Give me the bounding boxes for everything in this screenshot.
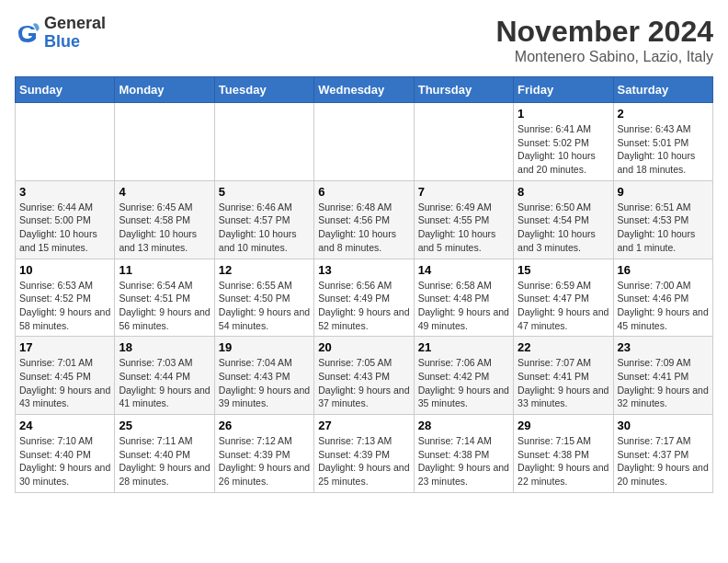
calendar-header-friday: Friday <box>514 77 613 103</box>
day-number: 12 <box>219 263 310 277</box>
calendar-cell: 17Sunrise: 7:01 AMSunset: 4:45 PMDayligh… <box>16 337 115 415</box>
day-info: Sunrise: 7:12 AMSunset: 4:39 PMDaylight:… <box>219 434 310 488</box>
logo-icon <box>15 20 40 46</box>
day-number: 23 <box>618 340 709 354</box>
day-info: Sunrise: 7:06 AMSunset: 4:42 PMDaylight:… <box>418 356 509 410</box>
calendar-cell: 29Sunrise: 7:15 AMSunset: 4:38 PMDayligh… <box>514 415 613 493</box>
day-info: Sunrise: 7:17 AMSunset: 4:37 PMDaylight:… <box>618 434 709 488</box>
calendar-cell: 3Sunrise: 6:44 AMSunset: 5:00 PMDaylight… <box>16 180 115 259</box>
day-info: Sunrise: 7:14 AMSunset: 4:38 PMDaylight:… <box>418 434 509 488</box>
calendar-cell: 13Sunrise: 6:56 AMSunset: 4:49 PMDayligh… <box>314 259 414 337</box>
day-number: 30 <box>618 419 709 432</box>
calendar-cell: 23Sunrise: 7:09 AMSunset: 4:41 PMDayligh… <box>613 337 712 415</box>
calendar-table: SundayMondayTuesdayWednesdayThursdayFrid… <box>15 76 713 493</box>
day-info: Sunrise: 6:51 AMSunset: 4:53 PMDaylight:… <box>618 201 709 255</box>
day-number: 6 <box>318 185 409 199</box>
calendar-cell: 28Sunrise: 7:14 AMSunset: 4:38 PMDayligh… <box>414 415 513 493</box>
day-info: Sunrise: 6:54 AMSunset: 4:51 PMDaylight:… <box>119 279 210 333</box>
calendar-cell: 14Sunrise: 6:58 AMSunset: 4:48 PMDayligh… <box>414 259 513 337</box>
calendar-cell <box>414 103 513 181</box>
day-number: 1 <box>518 107 609 121</box>
day-number: 18 <box>119 340 210 354</box>
calendar-cell: 27Sunrise: 7:13 AMSunset: 4:39 PMDayligh… <box>314 415 414 493</box>
calendar-week-row: 24Sunrise: 7:10 AMSunset: 4:40 PMDayligh… <box>16 415 713 493</box>
day-number: 22 <box>518 340 609 354</box>
calendar-cell: 5Sunrise: 6:46 AMSunset: 4:57 PMDaylight… <box>214 180 313 259</box>
day-number: 24 <box>19 419 110 432</box>
day-number: 19 <box>219 340 310 354</box>
day-info: Sunrise: 6:46 AMSunset: 4:57 PMDaylight:… <box>219 201 310 255</box>
day-info: Sunrise: 7:00 AMSunset: 4:46 PMDaylight:… <box>618 279 709 333</box>
calendar-cell: 24Sunrise: 7:10 AMSunset: 4:40 PMDayligh… <box>16 415 115 493</box>
title-area: November 2024 Montenero Sabino, Lazio, I… <box>495 15 713 65</box>
day-info: Sunrise: 7:01 AMSunset: 4:45 PMDaylight:… <box>19 356 110 410</box>
day-number: 20 <box>318 340 409 354</box>
logo: General Blue <box>15 15 106 52</box>
day-info: Sunrise: 7:15 AMSunset: 4:38 PMDaylight:… <box>518 434 609 488</box>
calendar-header-sunday: Sunday <box>16 77 115 103</box>
day-info: Sunrise: 6:55 AMSunset: 4:50 PMDaylight:… <box>219 279 310 333</box>
day-info: Sunrise: 6:59 AMSunset: 4:47 PMDaylight:… <box>518 279 609 333</box>
calendar-cell: 12Sunrise: 6:55 AMSunset: 4:50 PMDayligh… <box>214 259 313 337</box>
calendar-cell <box>314 103 414 181</box>
day-info: Sunrise: 7:09 AMSunset: 4:41 PMDaylight:… <box>618 356 709 410</box>
calendar-cell <box>214 103 313 181</box>
calendar-cell: 30Sunrise: 7:17 AMSunset: 4:37 PMDayligh… <box>613 415 712 493</box>
day-number: 26 <box>219 419 310 432</box>
logo-blue: Blue <box>44 33 106 52</box>
day-number: 2 <box>618 107 709 121</box>
day-number: 8 <box>518 185 609 199</box>
calendar-header-row: SundayMondayTuesdayWednesdayThursdayFrid… <box>16 77 713 103</box>
day-info: Sunrise: 6:41 AMSunset: 5:02 PMDaylight:… <box>518 122 609 177</box>
calendar-cell: 15Sunrise: 6:59 AMSunset: 4:47 PMDayligh… <box>514 259 613 337</box>
calendar-cell: 19Sunrise: 7:04 AMSunset: 4:43 PMDayligh… <box>214 337 313 415</box>
day-info: Sunrise: 6:44 AMSunset: 5:00 PMDaylight:… <box>19 201 110 255</box>
calendar-cell: 26Sunrise: 7:12 AMSunset: 4:39 PMDayligh… <box>214 415 313 493</box>
calendar-cell: 7Sunrise: 6:49 AMSunset: 4:55 PMDaylight… <box>414 180 513 259</box>
day-number: 3 <box>19 185 110 199</box>
day-number: 25 <box>119 419 210 432</box>
day-info: Sunrise: 7:13 AMSunset: 4:39 PMDaylight:… <box>318 434 409 488</box>
calendar-cell <box>115 103 214 181</box>
day-number: 27 <box>318 419 409 432</box>
page-header: General Blue November 2024 Montenero Sab… <box>15 15 713 65</box>
calendar-week-row: 1Sunrise: 6:41 AMSunset: 5:02 PMDaylight… <box>16 103 713 181</box>
location-title: Montenero Sabino, Lazio, Italy <box>495 49 713 65</box>
day-info: Sunrise: 6:58 AMSunset: 4:48 PMDaylight:… <box>418 279 509 333</box>
calendar-cell: 6Sunrise: 6:48 AMSunset: 4:56 PMDaylight… <box>314 180 414 259</box>
calendar-cell: 22Sunrise: 7:07 AMSunset: 4:41 PMDayligh… <box>514 337 613 415</box>
day-info: Sunrise: 6:49 AMSunset: 4:55 PMDaylight:… <box>418 201 509 255</box>
day-number: 11 <box>119 263 210 277</box>
calendar-cell: 2Sunrise: 6:43 AMSunset: 5:01 PMDaylight… <box>613 103 712 181</box>
day-info: Sunrise: 6:48 AMSunset: 4:56 PMDaylight:… <box>318 201 409 255</box>
calendar-header-monday: Monday <box>115 77 214 103</box>
day-number: 17 <box>19 340 110 354</box>
calendar-cell: 1Sunrise: 6:41 AMSunset: 5:02 PMDaylight… <box>514 103 613 181</box>
day-number: 29 <box>518 419 609 432</box>
calendar-cell <box>16 103 115 181</box>
day-number: 5 <box>219 185 310 199</box>
calendar-cell: 4Sunrise: 6:45 AMSunset: 4:58 PMDaylight… <box>115 180 214 259</box>
calendar-header-saturday: Saturday <box>613 77 712 103</box>
day-number: 28 <box>418 419 509 432</box>
logo-general: General <box>44 15 106 33</box>
day-info: Sunrise: 7:03 AMSunset: 4:44 PMDaylight:… <box>119 356 210 410</box>
day-number: 14 <box>418 263 509 277</box>
calendar-week-row: 10Sunrise: 6:53 AMSunset: 4:52 PMDayligh… <box>16 259 713 337</box>
day-number: 4 <box>119 185 210 199</box>
month-title: November 2024 <box>495 15 713 49</box>
day-info: Sunrise: 6:50 AMSunset: 4:54 PMDaylight:… <box>518 201 609 255</box>
day-number: 15 <box>518 263 609 277</box>
calendar-week-row: 3Sunrise: 6:44 AMSunset: 5:00 PMDaylight… <box>16 180 713 259</box>
day-info: Sunrise: 7:07 AMSunset: 4:41 PMDaylight:… <box>518 356 609 410</box>
calendar-cell: 25Sunrise: 7:11 AMSunset: 4:40 PMDayligh… <box>115 415 214 493</box>
calendar-cell: 16Sunrise: 7:00 AMSunset: 4:46 PMDayligh… <box>613 259 712 337</box>
day-number: 13 <box>318 263 409 277</box>
calendar-header-thursday: Thursday <box>414 77 513 103</box>
calendar-week-row: 17Sunrise: 7:01 AMSunset: 4:45 PMDayligh… <box>16 337 713 415</box>
calendar-cell: 20Sunrise: 7:05 AMSunset: 4:43 PMDayligh… <box>314 337 414 415</box>
day-number: 9 <box>618 185 709 199</box>
calendar-cell: 11Sunrise: 6:54 AMSunset: 4:51 PMDayligh… <box>115 259 214 337</box>
day-info: Sunrise: 7:04 AMSunset: 4:43 PMDaylight:… <box>219 356 310 410</box>
calendar-cell: 18Sunrise: 7:03 AMSunset: 4:44 PMDayligh… <box>115 337 214 415</box>
